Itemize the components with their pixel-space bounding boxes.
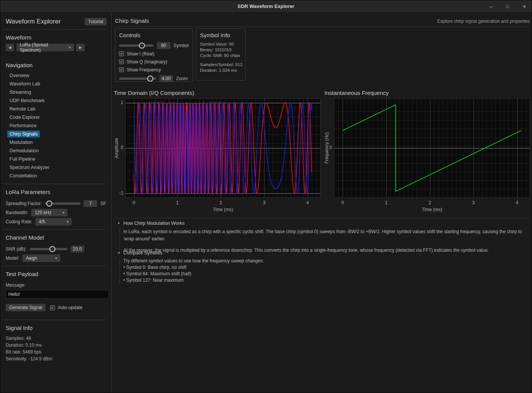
checkbox-row[interactable]: ✓ Show Frequency	[119, 66, 189, 74]
symbol-slider[interactable]	[119, 43, 154, 49]
show-checkbox[interactable]: ✓	[119, 59, 124, 64]
slider-thumb[interactable]	[49, 246, 55, 252]
nav-item[interactable]: Performance	[6, 122, 108, 130]
how-chirp-paragraph: In LoRa, each symbol is encoded as a chi…	[123, 228, 529, 242]
y-tick-label: 0	[322, 145, 332, 150]
nav-item[interactable]: Full Pipeline	[6, 155, 108, 163]
nav-item-label: Code Explorer	[7, 114, 42, 121]
symbol-info-line: Duration: 1.024 ms	[200, 68, 241, 73]
signal-info-heading: Signal Info	[6, 325, 108, 331]
zoom-value[interactable]: 4.00	[159, 75, 173, 82]
frequency-chart-title: Instantaneous Frequency	[324, 90, 389, 96]
coding-rate-value: 4/5	[39, 219, 45, 224]
x-tick-label: 0	[129, 200, 139, 205]
zoom-slider-label: Zoom	[176, 76, 188, 81]
message-label: Message:	[6, 283, 108, 288]
prev-waveform-button[interactable]: ◀	[6, 44, 14, 51]
test-payload-heading: Test Payload	[6, 271, 108, 277]
next-waveform-button[interactable]: ▶	[76, 44, 85, 51]
symbol-value[interactable]: 90	[157, 42, 170, 49]
nav-item[interactable]: Waveform Lab	[6, 80, 108, 88]
nav-item[interactable]: Spectrum Analyzer	[6, 163, 108, 172]
nav-item[interactable]: Code Explorer	[6, 113, 108, 122]
zoom-slider[interactable]	[119, 76, 156, 82]
spreading-factor-slider[interactable]	[45, 200, 80, 207]
coding-rate-dropdown[interactable]: 4/5 ▼	[35, 218, 72, 226]
checkbox-row[interactable]: ✓ Show Q (Imaginary)	[119, 58, 189, 66]
checkbox-row[interactable]: ✓ Show I (Real)	[119, 50, 189, 58]
divider	[3, 320, 106, 320]
divider	[3, 266, 106, 266]
spreading-factor-value[interactable]: 7	[83, 200, 97, 207]
symbol-info-panel: Symbol Info Symbol Value: 90Binary: 1011…	[196, 28, 246, 80]
generate-signal-button[interactable]: Generate Signal	[6, 304, 46, 311]
bandwidth-dropdown[interactable]: 125 kHz ▼	[31, 209, 68, 216]
nav-item-label: Modulation	[7, 139, 35, 146]
slider-thumb[interactable]	[46, 200, 52, 207]
show-checkbox[interactable]: ✓	[119, 67, 124, 72]
nav-item[interactable]: UDP Benchmark	[6, 96, 108, 105]
nav-item-label: Overview	[7, 72, 31, 79]
signal-info-list: Samples: 48Duration: 0.10 msBit rate: 54…	[6, 335, 108, 362]
waveform-dropdown[interactable]: LoRa (Spread Spectrum) ▼	[16, 44, 74, 51]
chevron-down-icon: ▼	[68, 46, 71, 49]
nav-item-label: Full Pipeline	[7, 156, 38, 163]
x-tick-label: 1	[381, 200, 391, 205]
symbol-info-line: Symbol Value: 90	[200, 41, 241, 47]
bandwidth-label: Bandwidth:	[6, 210, 28, 215]
tutorial-button[interactable]: Tutorial	[85, 18, 107, 25]
close-icon[interactable]: ×	[521, 3, 528, 9]
checkbox-label: Show I (Real)	[127, 51, 154, 57]
spreading-factor-label: Spreading Factor:	[6, 201, 42, 206]
frequency-x-axis-label: Time (ms)	[334, 207, 530, 212]
compare-symbols-bullet: • Symbol 0: Base chirp, no shift	[123, 264, 529, 271]
message-input[interactable]	[6, 290, 109, 298]
compare-symbols-section-header[interactable]: ▼ Compare Symbols	[117, 250, 162, 256]
main-content: Chirp Signals Explore chirp signal gener…	[112, 13, 532, 393]
nav-item-label: UDP Benchmark	[7, 97, 47, 104]
symbol-info-heading: Symbol Info	[200, 32, 241, 38]
chevron-down-icon: ▼	[66, 220, 69, 224]
slider-track[interactable]	[119, 44, 154, 47]
page-subtitle: Explore chirp signal generation and prop…	[437, 19, 530, 24]
snr-slider[interactable]	[30, 246, 68, 252]
nav-item-label: Demodulation	[7, 147, 41, 154]
x-tick-label: 0	[338, 200, 348, 205]
slider-track[interactable]	[30, 248, 68, 250]
time-domain-plot[interactable]	[125, 98, 321, 198]
app-window: SDR Waveform Explorer – □ × Waveform Exp…	[0, 0, 532, 393]
snr-value[interactable]: 20.0	[71, 246, 84, 253]
slider-thumb[interactable]	[147, 76, 153, 82]
nav-item[interactable]: Constellation	[6, 172, 108, 180]
nav-item-label: Remote Lab	[7, 106, 38, 112]
nav-item[interactable]: Overview	[6, 71, 108, 80]
auto-update-checkbox[interactable]: ✓	[50, 305, 55, 310]
frequency-plot[interactable]	[334, 98, 530, 198]
nav-item[interactable]: Remote Lab	[6, 105, 108, 113]
controls-heading: Controls	[119, 32, 189, 38]
nav-item[interactable]: Modulation	[6, 138, 108, 147]
nav-item-label: Performance	[7, 122, 39, 129]
divider	[3, 229, 106, 230]
navigation-heading: Navigation	[6, 62, 108, 68]
page-title: Chirp Signals	[115, 17, 149, 24]
how-chirp-section-content: In LoRa, each symbol is encoded as a chi…	[120, 228, 529, 254]
maximize-icon[interactable]: □	[504, 4, 511, 9]
nav-item[interactable]: Streaming	[6, 88, 108, 96]
model-dropdown[interactable]: Awgn ▼	[22, 254, 60, 262]
minimize-icon[interactable]: –	[488, 3, 494, 9]
waveform-dropdown-value: LoRa (Spread Spectrum)	[20, 42, 66, 53]
window-title: SDR Waveform Explorer	[238, 3, 294, 9]
signal-info-line: Samples: 48	[6, 335, 108, 342]
x-tick-label: 3	[469, 200, 478, 205]
nav-item[interactable]: Demodulation	[6, 147, 108, 155]
show-checkbox[interactable]: ✓	[119, 51, 124, 56]
how-chirp-section-header[interactable]: ▼ How Chirp Modulation Works	[117, 221, 185, 226]
sidebar: Waveform Explorer Tutorial Waveform ◀ Lo…	[0, 13, 112, 393]
symbol-info-line: Samples/Symbol: 512	[200, 62, 241, 68]
spreading-factor-unit: SF	[100, 201, 106, 206]
slider-thumb[interactable]	[139, 43, 145, 49]
nav-item[interactable]: Chirp Signals	[6, 130, 108, 138]
symbol-info-group2: Samples/Symbol: 512Duration: 1.024 ms	[200, 62, 241, 73]
page-header: Chirp Signals Explore chirp signal gener…	[115, 13, 530, 27]
